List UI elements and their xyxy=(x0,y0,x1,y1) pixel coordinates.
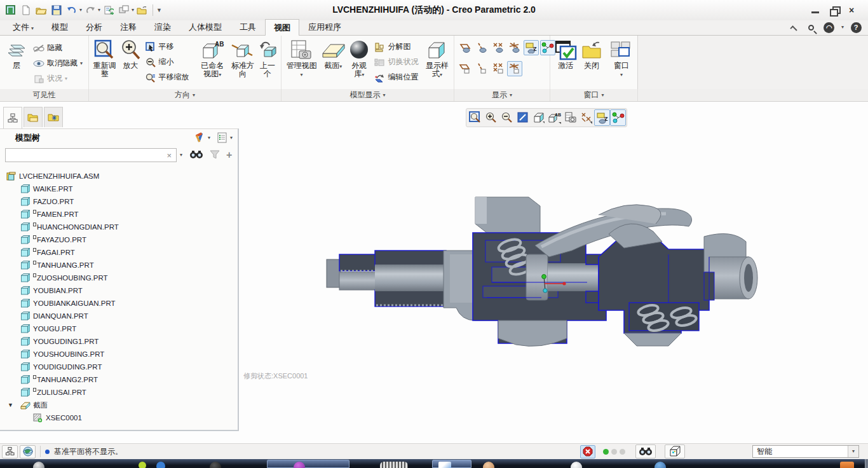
tree-item[interactable]: TANHUANG.PRT xyxy=(0,259,238,272)
tree-item[interactable]: FAYAZUO.PRT xyxy=(0,233,238,246)
tree-item[interactable]: YOUGU.PRT xyxy=(0,322,238,335)
gfx-repaint-button[interactable] xyxy=(515,109,531,126)
gfx-saved-views-button[interactable]: AB xyxy=(546,109,562,126)
learning-connector-icon[interactable]: ◠ xyxy=(824,22,835,33)
folder-browser-tab[interactable] xyxy=(24,107,43,127)
tree-tools-button[interactable]: ▾ xyxy=(193,132,210,144)
zoom-in-button[interactable]: 放大 xyxy=(119,38,142,71)
app-icon[interactable] xyxy=(3,3,18,18)
annotation-display-toggle[interactable]: Z xyxy=(524,40,539,55)
gfx-spin-center-button[interactable] xyxy=(610,109,626,126)
pan-zoom-button[interactable]: 平移缩放 xyxy=(143,71,191,84)
csys-display-toggle[interactable] xyxy=(507,40,522,55)
tree-item[interactable]: FAMEN.PRT xyxy=(0,208,238,221)
axis-display-toggle[interactable] xyxy=(474,40,489,55)
taskbar-icon-1[interactable] xyxy=(33,462,44,468)
collapse-arrow-icon[interactable]: ▼ xyxy=(8,402,14,408)
add-filter-button[interactable]: + xyxy=(226,149,232,161)
window-switch-dropdown[interactable]: ▾ xyxy=(132,8,134,13)
customize-qat-dropdown[interactable]: ▼ xyxy=(156,8,162,13)
tab-analysis[interactable]: 分析 xyxy=(77,18,111,35)
new-file-button[interactable] xyxy=(18,3,33,18)
search-model-button[interactable] xyxy=(635,444,656,458)
activate-button[interactable]: 激活 xyxy=(553,38,578,71)
taskbar-icon-4[interactable] xyxy=(210,462,221,468)
help-icon[interactable]: ? xyxy=(850,22,862,33)
command-search-icon[interactable] xyxy=(806,22,817,33)
edit-position-button[interactable]: 编辑位置 xyxy=(372,71,423,84)
regenerate-button[interactable] xyxy=(101,3,116,18)
clear-search-icon[interactable]: × xyxy=(162,151,176,160)
search-options-dropdown[interactable]: ▾ xyxy=(180,153,182,158)
tree-item[interactable]: YOUBIAN.PRT xyxy=(0,284,238,297)
tree-item[interactable]: FAGAI.PRT xyxy=(0,246,238,259)
group-label-visibility[interactable]: 可见性 xyxy=(0,89,89,101)
tree-sections-folder[interactable]: ▼ 截面 xyxy=(0,399,238,411)
tree-search-box[interactable]: × xyxy=(5,148,177,162)
model-tree-tab[interactable] xyxy=(3,107,22,128)
close-window-ribbon-button[interactable]: 关闭 xyxy=(580,38,604,71)
tree-item[interactable]: FAZUO.PRT xyxy=(0,195,238,208)
toggle-tree-button[interactable] xyxy=(2,445,18,458)
exploded-view-button[interactable]: 分解图 xyxy=(372,40,423,53)
tree-item[interactable]: YOUSHOUBING.PRT xyxy=(0,348,238,361)
hide-button[interactable]: 隐藏 xyxy=(31,41,85,55)
save-button[interactable] xyxy=(49,3,64,18)
collapse-ribbon-icon[interactable] xyxy=(788,22,799,33)
plane-tag-display-toggle[interactable] xyxy=(458,61,473,76)
stop-button[interactable] xyxy=(580,445,595,458)
named-views-button[interactable]: AB 已命名视图▾ xyxy=(196,38,229,79)
appearance-gallery-button[interactable]: 外观库▾ xyxy=(347,38,371,79)
group-label-window[interactable]: 窗口▾ xyxy=(550,89,638,101)
minimize-button[interactable] xyxy=(811,6,820,14)
tree-settings-button[interactable]: ▾ xyxy=(217,132,233,144)
tab-annotate[interactable]: 注释 xyxy=(111,18,146,35)
tab-model[interactable]: 模型 xyxy=(43,18,77,35)
tab-manikin[interactable]: 人体模型 xyxy=(180,18,231,35)
tree-item[interactable]: WAIKE.PRT xyxy=(0,182,238,195)
gfx-datum-display-button[interactable] xyxy=(578,109,594,126)
toggle-status-button[interactable]: 切换状况 xyxy=(372,55,423,69)
select-box-button[interactable] xyxy=(665,444,685,458)
windows-button[interactable]: 窗口▾ xyxy=(608,38,635,79)
learning-dropdown[interactable]: ▾ xyxy=(841,25,844,30)
tree-item[interactable]: ZULIUSAI.PRT xyxy=(0,386,238,399)
gfx-zoom-out-button[interactable] xyxy=(499,109,515,126)
zoom-out-button[interactable]: 缩小 xyxy=(143,55,191,69)
undo-button[interactable] xyxy=(64,3,79,18)
group-label-show[interactable]: 显示▾ xyxy=(454,89,550,101)
status-button[interactable]: 状况 ▾ xyxy=(31,72,85,85)
find-button[interactable] xyxy=(189,149,203,162)
unhide-button[interactable]: 取消隐藏 ▾ xyxy=(31,57,85,70)
browser-toggle-button[interactable] xyxy=(20,445,36,458)
redo-button[interactable] xyxy=(83,3,97,18)
tab-file[interactable]: 文件▾ xyxy=(4,18,43,35)
tree-item[interactable]: HUANCHONGDIAN.PRT xyxy=(0,221,238,233)
taskbar-icon-6[interactable] xyxy=(380,462,408,468)
gfx-display-style-button[interactable] xyxy=(531,109,546,126)
axis-tag-display-toggle[interactable] xyxy=(474,61,489,76)
favorites-tab[interactable]: ✳ xyxy=(44,107,63,127)
taskbar-icon-11[interactable] xyxy=(438,462,451,468)
model-3d-view[interactable] xyxy=(325,196,770,361)
pan-button[interactable]: 平移 xyxy=(143,40,191,53)
tree-item[interactable]: ZUOSHOUBING.PRT xyxy=(0,272,238,284)
window-switch-button[interactable] xyxy=(116,3,131,18)
show-desktop-button[interactable] xyxy=(865,459,868,468)
datum-plane-display-toggle[interactable] xyxy=(458,40,473,55)
gfx-refit-button[interactable] xyxy=(467,109,483,126)
windows-taskbar[interactable] xyxy=(0,459,868,468)
gfx-zoom-in-button[interactable] xyxy=(483,109,499,126)
tree-item[interactable]: YOUGUDING1.PRT xyxy=(0,335,238,348)
point-display-toggle[interactable] xyxy=(491,40,506,55)
previous-view-button[interactable]: 上一个 xyxy=(257,38,278,79)
group-label-orientation[interactable]: 方向▾ xyxy=(89,89,281,101)
redo-dropdown[interactable]: ▾ xyxy=(98,8,100,13)
gfx-view-manager-button[interactable] xyxy=(562,109,578,126)
taskbar-icon-9[interactable] xyxy=(654,462,666,468)
close-button[interactable]: × xyxy=(849,6,858,14)
undo-dropdown[interactable]: ▾ xyxy=(79,8,82,13)
taskbar-icon-10[interactable] xyxy=(840,462,854,468)
tab-tools[interactable]: 工具 xyxy=(231,18,265,35)
section-button[interactable]: 截面▾ xyxy=(320,38,346,71)
